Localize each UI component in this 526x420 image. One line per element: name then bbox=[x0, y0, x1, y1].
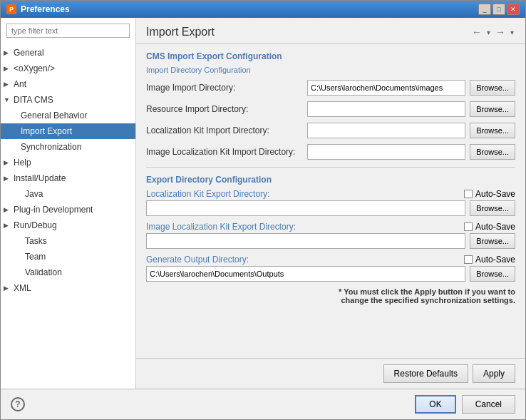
sidebar-item-run-debug[interactable]: ▶ Run/Debug bbox=[1, 217, 135, 233]
image-import-label: Image Import Directory: bbox=[146, 83, 303, 93]
image-loc-kit-export-input[interactable] bbox=[146, 233, 465, 249]
search-input[interactable] bbox=[6, 24, 130, 38]
chevron-right-icon: ▶ bbox=[4, 172, 11, 185]
forward-button[interactable]: → bbox=[493, 25, 507, 39]
action-bar: Restore Defaults Apply bbox=[136, 358, 525, 389]
image-loc-kit-autosave-checkbox[interactable] bbox=[464, 222, 473, 231]
sidebar-item-synchronization[interactable]: Synchronization bbox=[1, 139, 135, 155]
forward-dropdown-icon[interactable]: ▾ bbox=[509, 29, 515, 36]
output-dir-browse-button[interactable]: Browse... bbox=[470, 266, 515, 282]
window-controls: _ □ ✕ bbox=[478, 4, 520, 15]
separator bbox=[146, 167, 515, 168]
image-loc-kit-export-label: Image Localization Kit Export Directory: bbox=[146, 222, 303, 232]
sidebar-item-dita-cms[interactable]: ▼ DITA CMS bbox=[1, 92, 135, 108]
image-loc-kit-import-browse-button[interactable]: Browse... bbox=[470, 144, 515, 160]
resource-import-input[interactable] bbox=[307, 101, 465, 117]
sidebar-item-ant[interactable]: ▶ Ant bbox=[1, 76, 135, 92]
loc-kit-import-input[interactable] bbox=[307, 123, 465, 138]
panel-content: CMS Import Export Configuration Import D… bbox=[136, 44, 525, 358]
image-loc-kit-export-browse-button[interactable]: Browse... bbox=[470, 233, 515, 249]
chevron-right-icon: ▶ bbox=[4, 282, 11, 294]
loc-kit-export-autosave: Auto-Save bbox=[464, 189, 515, 199]
window-title: Preferences bbox=[21, 4, 70, 14]
help-icon[interactable]: ? bbox=[11, 397, 25, 411]
sidebar-item-import-export[interactable]: Import Export bbox=[1, 123, 135, 139]
loc-kit-export-label: Localization Kit Export Directory: bbox=[146, 189, 303, 199]
image-import-input[interactable] bbox=[307, 80, 465, 96]
image-loc-kit-import-row: Image Localization Kit Import Directory:… bbox=[146, 144, 515, 160]
back-dropdown-icon[interactable]: ▾ bbox=[485, 29, 492, 36]
image-import-row: Image Import Directory: Browse... bbox=[146, 80, 515, 96]
output-dir-header-row: Generate Output Directory: Auto-Save bbox=[146, 255, 515, 265]
sidebar-item-java[interactable]: Java bbox=[1, 186, 135, 202]
sidebar: ▶ General ▶ <oXygen/> ▶ Ant ▼ DITA CMS G… bbox=[1, 18, 136, 389]
page-title: Import Export bbox=[146, 26, 215, 39]
loc-kit-autosave-checkbox[interactable] bbox=[464, 190, 473, 198]
main-panel: Import Export ← ▾ → ▾ CMS Import Export … bbox=[136, 18, 525, 389]
chevron-right-icon: ▶ bbox=[4, 46, 11, 59]
loc-kit-import-browse-button[interactable]: Browse... bbox=[470, 123, 515, 138]
import-section-title: Import Directory Configuration bbox=[146, 66, 515, 74]
tree: ▶ General ▶ <oXygen/> ▶ Ant ▼ DITA CMS G… bbox=[1, 43, 135, 389]
loc-kit-export-header-row: Localization Kit Export Directory: Auto-… bbox=[146, 189, 515, 199]
app-icon: P bbox=[6, 4, 16, 14]
sidebar-item-help[interactable]: ▶ Help bbox=[1, 155, 135, 170]
output-dir-input[interactable] bbox=[146, 266, 465, 282]
sidebar-item-general-behavior[interactable]: General Behavior bbox=[1, 108, 135, 123]
chevron-right-icon: ▶ bbox=[4, 78, 11, 91]
resource-import-label: Resource Import Directory: bbox=[146, 104, 303, 114]
chevron-right-icon: ▶ bbox=[4, 62, 11, 75]
cms-section-title: CMS Import Export Configuration bbox=[146, 51, 515, 61]
loc-kit-import-row: Localization Kit Import Directory: Brows… bbox=[146, 123, 515, 138]
image-loc-kit-export-autosave: Auto-Save bbox=[464, 222, 515, 232]
loc-kit-export-input-row: Browse... bbox=[146, 200, 515, 216]
sidebar-item-plugin-dev[interactable]: ▶ Plug-in Development bbox=[1, 202, 135, 217]
chevron-down-icon: ▼ bbox=[4, 93, 11, 106]
sidebar-item-oxygen[interactable]: ▶ <oXygen/> bbox=[1, 61, 135, 76]
image-loc-kit-autosave-label: Auto-Save bbox=[475, 222, 515, 232]
export-section-title: Export Directory Configuration bbox=[146, 175, 515, 185]
apply-button[interactable]: Apply bbox=[473, 364, 515, 383]
chevron-right-icon: ▶ bbox=[4, 203, 11, 216]
loc-kit-import-label: Localization Kit Import Directory: bbox=[146, 126, 303, 135]
output-dir-autosave-label: Auto-Save bbox=[475, 255, 515, 265]
title-bar: P Preferences _ □ ✕ bbox=[1, 1, 525, 18]
close-button[interactable]: ✕ bbox=[507, 4, 520, 15]
footer-buttons: OK Cancel bbox=[415, 395, 515, 414]
output-dir-autosave-checkbox[interactable] bbox=[464, 255, 473, 264]
resource-import-browse-button[interactable]: Browse... bbox=[470, 101, 515, 117]
sidebar-item-validation[interactable]: Validation bbox=[1, 265, 135, 280]
image-loc-kit-import-label: Image Localization Kit Import Directory: bbox=[146, 147, 303, 157]
restore-defaults-button[interactable]: Restore Defaults bbox=[383, 364, 468, 383]
chevron-right-icon: ▶ bbox=[4, 156, 11, 169]
action-buttons: Restore Defaults Apply bbox=[383, 364, 515, 383]
output-dir-input-row: Browse... bbox=[146, 266, 515, 282]
cancel-button[interactable]: Cancel bbox=[462, 395, 515, 414]
sidebar-item-team[interactable]: Team bbox=[1, 249, 135, 265]
ok-button[interactable]: OK bbox=[415, 395, 455, 414]
loc-kit-export-browse-button[interactable]: Browse... bbox=[470, 200, 515, 216]
maximize-button[interactable]: □ bbox=[493, 4, 505, 15]
sidebar-item-xml[interactable]: ▶ XML bbox=[1, 280, 135, 296]
chevron-right-icon: ▶ bbox=[4, 219, 11, 232]
output-dir-autosave: Auto-Save bbox=[464, 255, 515, 265]
image-loc-kit-export-header-row: Image Localization Kit Export Directory:… bbox=[146, 222, 515, 232]
sidebar-item-general[interactable]: ▶ General bbox=[1, 45, 135, 61]
sidebar-item-install-update[interactable]: ▶ Install/Update bbox=[1, 170, 135, 186]
loc-kit-export-input[interactable] bbox=[146, 200, 465, 216]
loc-kit-autosave-label: Auto-Save bbox=[475, 189, 515, 199]
panel-header: Import Export ← ▾ → ▾ bbox=[136, 18, 525, 44]
back-button[interactable]: ← bbox=[470, 25, 484, 39]
image-loc-kit-import-input[interactable] bbox=[307, 144, 465, 160]
resource-import-row: Resource Import Directory: Browse... bbox=[146, 101, 515, 117]
image-import-browse-button[interactable]: Browse... bbox=[470, 80, 515, 96]
minimize-button[interactable]: _ bbox=[478, 4, 491, 15]
preferences-dialog: P Preferences _ □ ✕ ▶ General ▶ <oXygen/… bbox=[0, 0, 526, 420]
image-loc-kit-export-input-row: Browse... bbox=[146, 233, 515, 249]
sync-note: * You must click the Apply button if you… bbox=[146, 287, 515, 304]
main-content: ▶ General ▶ <oXygen/> ▶ Ant ▼ DITA CMS G… bbox=[1, 18, 525, 389]
dialog-footer: ? OK Cancel bbox=[1, 389, 525, 419]
nav-arrows: ← ▾ → ▾ bbox=[470, 25, 515, 39]
sidebar-item-tasks[interactable]: Tasks bbox=[1, 233, 135, 249]
output-dir-label: Generate Output Directory: bbox=[146, 255, 303, 265]
